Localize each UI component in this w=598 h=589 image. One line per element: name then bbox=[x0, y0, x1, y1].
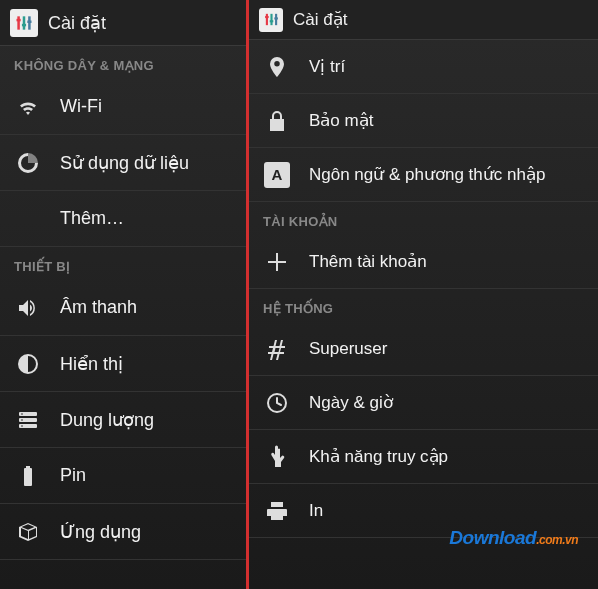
section-header-wireless: KHÔNG DÂY & MẠNG bbox=[0, 46, 246, 79]
clock-icon bbox=[263, 391, 291, 415]
section-header-system: HỆ THỐNG bbox=[249, 289, 598, 322]
svg-rect-4 bbox=[22, 23, 26, 26]
svg-point-12 bbox=[21, 425, 23, 427]
location-icon bbox=[263, 55, 291, 79]
settings-item-superuser[interactable]: Superuser bbox=[249, 322, 598, 376]
settings-item-label: Sử dụng dữ liệu bbox=[60, 152, 189, 174]
settings-item-label: Thêm… bbox=[60, 208, 124, 229]
settings-item-label: Vị trí bbox=[309, 56, 345, 77]
lock-icon bbox=[263, 109, 291, 133]
titlebar: Cài đặt bbox=[249, 0, 598, 40]
svg-rect-3 bbox=[17, 18, 21, 20]
hand-icon bbox=[263, 445, 291, 469]
settings-item-label: Hiển thị bbox=[60, 353, 123, 375]
settings-item-location[interactable]: Vị trí bbox=[249, 40, 598, 94]
app-title: Cài đặt bbox=[293, 9, 347, 30]
settings-item-label: Ngôn ngữ & phương thức nhập bbox=[309, 164, 545, 185]
svg-rect-14 bbox=[270, 14, 272, 25]
settings-item-apps[interactable]: Ứng dụng bbox=[0, 504, 246, 560]
settings-item-label: Ứng dụng bbox=[60, 521, 141, 543]
hash-icon bbox=[263, 337, 291, 361]
data-usage-icon bbox=[14, 151, 42, 175]
settings-item-language[interactable]: A Ngôn ngữ & phương thức nhập bbox=[249, 148, 598, 202]
settings-item-label: Wi-Fi bbox=[60, 96, 102, 117]
section-header-accounts: TÀI KHOẢN bbox=[249, 202, 598, 235]
settings-item-data-usage[interactable]: Sử dụng dữ liệu bbox=[0, 135, 246, 191]
svg-rect-17 bbox=[269, 20, 273, 22]
svg-rect-13 bbox=[265, 14, 267, 25]
settings-item-more[interactable]: Thêm… bbox=[0, 191, 246, 247]
settings-item-print[interactable]: In bbox=[249, 484, 598, 538]
wifi-icon bbox=[14, 95, 42, 119]
settings-item-security[interactable]: Bảo mật bbox=[249, 94, 598, 148]
settings-item-datetime[interactable]: Ngày & giờ bbox=[249, 376, 598, 430]
language-icon: A bbox=[263, 162, 291, 188]
display-icon bbox=[14, 352, 42, 376]
plus-icon bbox=[263, 250, 291, 274]
settings-item-accessibility[interactable]: Khả năng truy cập bbox=[249, 430, 598, 484]
svg-rect-18 bbox=[274, 17, 278, 19]
svg-rect-0 bbox=[17, 16, 20, 29]
settings-panel-right: Cài đặt Vị trí Bảo mật A Ngôn ngữ & phươ… bbox=[249, 0, 598, 589]
app-settings-icon bbox=[10, 9, 38, 37]
settings-item-label: Pin bbox=[60, 465, 86, 486]
settings-item-label: Ngày & giờ bbox=[309, 392, 393, 413]
svg-rect-16 bbox=[265, 16, 269, 18]
storage-icon bbox=[14, 408, 42, 432]
settings-item-label: Dung lượng bbox=[60, 409, 154, 431]
settings-panel-left: Cài đặt KHÔNG DÂY & MẠNG Wi-Fi Sử dụng d… bbox=[0, 0, 249, 589]
settings-item-label: Khả năng truy cập bbox=[309, 446, 448, 467]
svg-point-10 bbox=[21, 413, 23, 415]
svg-rect-5 bbox=[27, 20, 31, 23]
settings-item-add-account[interactable]: Thêm tài khoản bbox=[249, 235, 598, 289]
settings-item-display[interactable]: Hiển thị bbox=[0, 336, 246, 392]
settings-item-storage[interactable]: Dung lượng bbox=[0, 392, 246, 448]
sound-icon bbox=[14, 296, 42, 320]
svg-point-11 bbox=[21, 419, 23, 421]
battery-icon bbox=[14, 464, 42, 488]
app-settings-icon bbox=[259, 8, 283, 32]
apps-icon bbox=[14, 520, 42, 544]
section-header-device: THIẾT BỊ bbox=[0, 247, 246, 280]
titlebar: Cài đặt bbox=[0, 0, 246, 46]
settings-item-label: Bảo mật bbox=[309, 110, 373, 131]
settings-item-label: In bbox=[309, 501, 323, 521]
settings-item-sound[interactable]: Âm thanh bbox=[0, 280, 246, 336]
settings-item-label: Superuser bbox=[309, 339, 387, 359]
settings-item-wifi[interactable]: Wi-Fi bbox=[0, 79, 246, 135]
svg-rect-1 bbox=[23, 16, 26, 29]
app-title: Cài đặt bbox=[48, 12, 106, 34]
settings-item-label: Âm thanh bbox=[60, 297, 137, 318]
print-icon bbox=[263, 499, 291, 523]
settings-item-battery[interactable]: Pin bbox=[0, 448, 246, 504]
settings-item-label: Thêm tài khoản bbox=[309, 251, 427, 272]
